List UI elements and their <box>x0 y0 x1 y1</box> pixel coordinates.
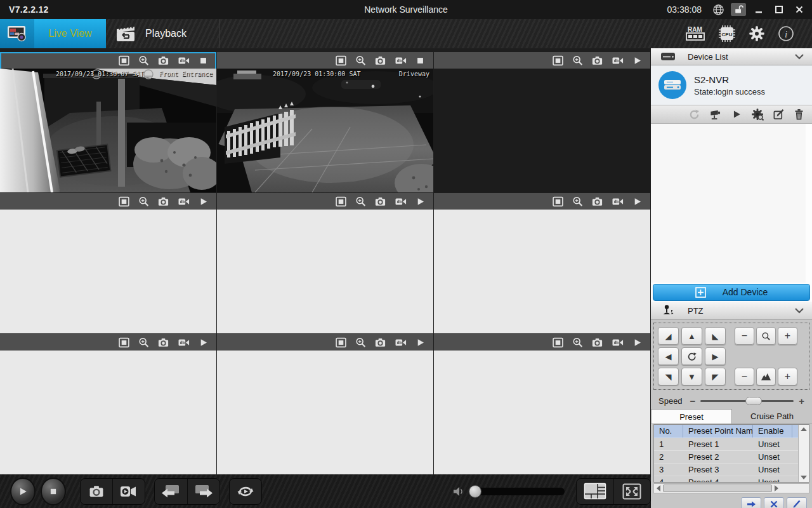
device-settings-icon[interactable] <box>751 108 764 121</box>
device-list-item[interactable]: S2-NVR State:login success <box>651 65 812 105</box>
goto-preset-button[interactable] <box>741 497 761 508</box>
snapshot-all-button[interactable] <box>81 479 112 504</box>
ptz-auto-scan-button[interactable] <box>681 347 702 365</box>
tab-live-view[interactable]: Live View <box>0 19 106 48</box>
record-icon[interactable] <box>177 55 190 67</box>
add-device-button[interactable]: Add Device <box>653 284 810 301</box>
delete-trash-icon[interactable] <box>794 109 804 121</box>
digital-zoom-icon[interactable] <box>572 196 584 208</box>
play-icon[interactable] <box>632 337 643 348</box>
ptz-down-left-button[interactable]: ◥ <box>658 368 679 385</box>
snapshot-icon[interactable] <box>591 196 603 208</box>
stream-scale-icon[interactable] <box>335 55 347 67</box>
video-cell-4[interactable] <box>0 193 216 333</box>
previous-page-button[interactable] <box>155 479 187 504</box>
stream-scale-icon[interactable] <box>335 196 347 208</box>
snapshot-icon[interactable] <box>374 55 386 67</box>
minimize-button[interactable] <box>751 3 766 16</box>
maximize-button[interactable] <box>771 3 787 16</box>
grid-layout-button[interactable] <box>577 479 613 504</box>
stream-scale-icon[interactable] <box>552 55 564 67</box>
play-icon[interactable] <box>198 337 209 348</box>
record-icon[interactable] <box>611 55 624 67</box>
ptz-up-right-button[interactable]: ◣ <box>705 327 726 345</box>
fullscreen-button[interactable] <box>613 479 650 504</box>
play-icon[interactable] <box>415 196 426 207</box>
video-cell-9[interactable] <box>434 334 650 474</box>
preset-row[interactable]: 2 Preset 2 Unset <box>654 451 798 464</box>
play-icon[interactable] <box>198 196 209 207</box>
stream-scale-icon[interactable] <box>118 196 130 208</box>
digital-zoom-icon[interactable] <box>138 337 150 349</box>
record-icon[interactable] <box>394 55 407 67</box>
stream-scale-icon[interactable] <box>552 196 564 208</box>
record-icon[interactable] <box>177 337 190 349</box>
tab-preset[interactable]: Preset <box>651 409 732 424</box>
digital-zoom-icon[interactable] <box>138 196 150 208</box>
volume-slider-handle[interactable] <box>469 485 481 498</box>
preset-row[interactable]: 1 Preset 1 Unset <box>654 438 798 451</box>
record-icon[interactable] <box>611 196 624 208</box>
tab-playback[interactable]: Playback <box>106 19 219 48</box>
refresh-icon[interactable] <box>688 109 700 121</box>
zoom-in-button[interactable]: + <box>778 327 797 345</box>
play-icon[interactable] <box>632 196 643 207</box>
record-icon[interactable] <box>394 337 407 349</box>
video-cell-1[interactable]: 2017/09/23 01:30:07 SAT Front Entrance <box>0 52 216 192</box>
device-list-header[interactable]: Device List <box>651 48 812 65</box>
digital-zoom-icon[interactable] <box>138 55 150 67</box>
video-cell-5[interactable] <box>217 193 433 333</box>
snapshot-icon[interactable] <box>374 196 386 208</box>
snapshot-icon[interactable] <box>157 337 169 349</box>
volume-slider[interactable] <box>473 488 565 495</box>
digital-zoom-icon[interactable] <box>572 337 584 349</box>
ptz-left-button[interactable]: ◀ <box>658 347 679 365</box>
next-page-button[interactable] <box>187 479 219 504</box>
preset-row[interactable]: 3 Preset 3 Unset <box>654 464 798 476</box>
stop-icon[interactable] <box>198 55 209 66</box>
scroll-left-arrow[interactable] <box>657 485 660 491</box>
scroll-up-arrow[interactable] <box>801 427 807 431</box>
ptz-down-right-button[interactable]: ◤ <box>705 368 726 385</box>
scroll-thumb[interactable] <box>663 485 772 492</box>
snapshot-icon[interactable] <box>157 55 169 67</box>
speed-slider[interactable] <box>700 400 794 402</box>
ptz-right-button[interactable]: ▶ <box>705 347 726 365</box>
edit-preset-button[interactable] <box>787 497 807 508</box>
zoom-out-button[interactable]: − <box>735 327 754 345</box>
play-icon[interactable] <box>632 55 643 66</box>
digital-zoom-icon[interactable] <box>355 196 367 208</box>
speed-decrease[interactable]: − <box>690 396 696 406</box>
scroll-down-arrow[interactable] <box>801 476 807 479</box>
cctv-camera-icon[interactable] <box>709 109 722 121</box>
focus-far-button[interactable]: + <box>778 368 797 385</box>
video-cell-8[interactable] <box>217 334 433 474</box>
stream-scale-icon[interactable] <box>118 337 130 349</box>
ptz-up-left-button[interactable]: ◢ <box>658 327 679 345</box>
cpu-monitor-icon[interactable]: CPU <box>718 25 736 43</box>
ptz-down-button[interactable]: ▼ <box>681 368 702 385</box>
language-globe-icon[interactable] <box>710 3 726 16</box>
chevron-down-icon[interactable] <box>794 53 804 60</box>
speaker-icon[interactable] <box>452 485 466 498</box>
play-icon[interactable] <box>415 337 426 348</box>
stop-icon[interactable] <box>415 55 426 66</box>
stream-scale-icon[interactable] <box>552 337 564 349</box>
focus-near-button[interactable]: − <box>735 368 754 385</box>
stop-all-button[interactable] <box>41 478 66 505</box>
record-icon[interactable] <box>611 337 624 349</box>
digital-zoom-icon[interactable] <box>572 55 584 67</box>
close-button[interactable] <box>792 3 807 16</box>
ram-monitor-icon[interactable]: RAM <box>685 25 705 42</box>
chevron-down-icon[interactable] <box>794 307 804 314</box>
video-cell-6[interactable] <box>434 193 650 333</box>
horizontal-scrollbar[interactable] <box>653 483 809 493</box>
record-all-button[interactable] <box>112 479 145 504</box>
record-icon[interactable] <box>177 196 190 208</box>
snapshot-icon[interactable] <box>591 55 603 67</box>
digital-zoom-icon[interactable] <box>355 337 367 349</box>
delete-preset-button[interactable] <box>764 497 784 508</box>
scroll-right-arrow[interactable] <box>775 485 778 491</box>
focus-icon-button[interactable] <box>756 368 776 385</box>
edit-icon[interactable] <box>773 109 785 121</box>
